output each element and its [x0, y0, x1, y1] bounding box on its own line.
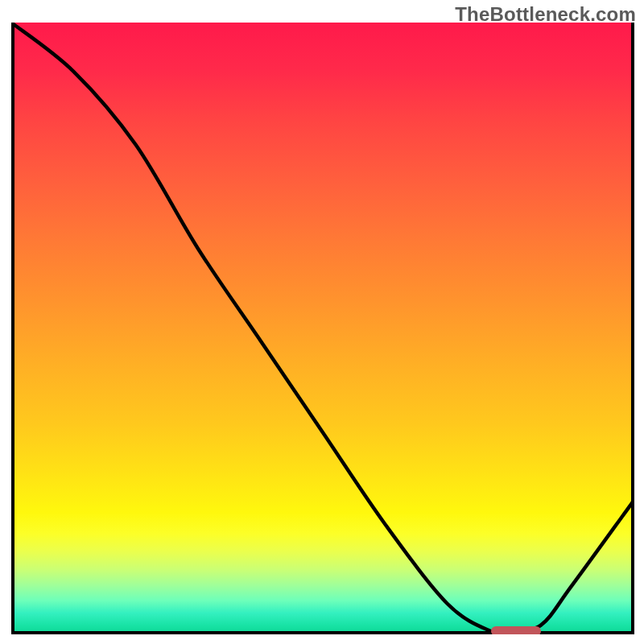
chart-container: TheBottleneck.com — [0, 0, 644, 644]
curve-path — [11, 23, 634, 634]
optimal-range-marker — [491, 626, 541, 634]
bottleneck-curve — [11, 23, 634, 634]
watermark-text: TheBottleneck.com — [455, 3, 636, 26]
plot-area — [11, 23, 634, 634]
